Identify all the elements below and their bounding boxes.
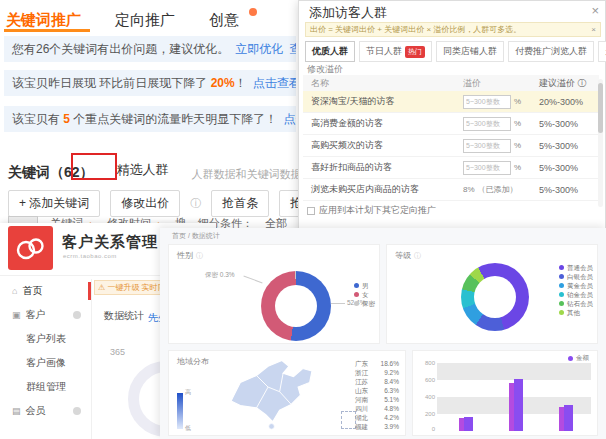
apply-checkbox[interactable] — [307, 207, 315, 215]
members-icon: ▤ — [12, 399, 21, 423]
modal-title: 添加访客人群 — [309, 4, 387, 22]
col-name: 名称 — [303, 75, 463, 91]
table-row: 浏览未购买店内商品的访客 8%（已添加） 5%-300% — [303, 179, 599, 201]
province-row: 四川4.8% — [355, 404, 399, 413]
premium-input[interactable] — [463, 117, 511, 131]
y-tick: 200 — [415, 411, 435, 417]
grab-first-button[interactable]: 抢首条 — [211, 190, 269, 217]
notification-dot — [73, 407, 81, 415]
tab-selected-audience[interactable]: 精选人群 — [112, 158, 174, 182]
notice-close-icon[interactable]: × — [591, 23, 596, 36]
active-indicator — [88, 282, 91, 300]
gradient-high-label: 高 — [185, 388, 191, 397]
modify-bid-button[interactable]: 修改出价 — [110, 190, 180, 217]
gender-chart-card: 性别ⓘ 保密 0.3% 52.4% 男 女 保密 — [168, 244, 380, 344]
red-annotation-box — [71, 153, 117, 180]
bid-issue-text: 您有26个关键词有出价问题，建议优化。 — [12, 42, 229, 56]
crm-sidebar: ⌂ 首页 ▣ 客户 客户列表 客户画像 群组管理 ▤ 会员 — [0, 279, 92, 439]
col-suggest: 建议溢价 ⓘ — [539, 75, 595, 91]
callout-line — [243, 276, 262, 284]
tab-weather-audience[interactable]: 天气人群 — [598, 41, 606, 62]
legend-item: 其他 — [559, 308, 593, 317]
gender-legend: 男 女 保密 — [354, 281, 375, 308]
sidebar-item-customer-profile[interactable]: 客户画像 — [0, 351, 91, 375]
province-row: 福建3.9% — [355, 422, 399, 431]
card-title: 性别 — [177, 250, 193, 261]
level-chart-card: 等级ⓘ 普通会员白银会员黄金会员铂金会员钻石会员其他 — [386, 244, 598, 344]
optimize-now-link[interactable]: 立即优化 — [235, 42, 283, 56]
sidebar-item-home[interactable]: ⌂ 首页 — [0, 279, 91, 303]
card-title: 等级 — [395, 250, 411, 261]
audience-tabs: 优质人群 节日人群热门 同类店铺人群 付费推广浏览人群 天气人群 人口属性人群 — [305, 41, 606, 62]
map-chart-card: 地域分布 高 低 广东18.6%浙江9.2%江苏8.4%山东6.3%河南5.1%… — [168, 350, 406, 436]
modal-close-icon[interactable]: × — [591, 3, 599, 18]
impression-view-link[interactable]: 点击查看 — [253, 76, 296, 90]
sidebar-item-customers[interactable]: ▣ 客户 — [0, 303, 91, 327]
callout-line — [331, 303, 345, 304]
y-tick: 0 — [415, 426, 435, 432]
partial-number: 365 — [110, 347, 125, 357]
legend-dot — [559, 310, 564, 315]
tab-paid-promo-audience[interactable]: 付费推广浏览人群 — [508, 41, 594, 62]
crm-logo — [8, 226, 53, 270]
dashboard-overlay: 首页 / 数据统计 性别ⓘ 保密 0.3% 52.4% 男 女 保密 等级ⓘ 普… — [160, 228, 606, 439]
bar — [514, 379, 523, 431]
donut-hole — [474, 276, 516, 318]
y-tick: 600 — [415, 377, 435, 383]
nav-tab-targeting-promotion[interactable]: 定向推广 — [115, 11, 175, 30]
modal-scrollbar[interactable] — [598, 79, 603, 207]
legend-dot — [354, 292, 359, 297]
bid-issue-notice: 您有26个关键词有出价问题，建议优化。立即优化查看全账户出价 — [4, 36, 296, 62]
table-row: 喜好折扣商品的访客 % 5%-300% — [303, 157, 599, 179]
bar-plot-area — [437, 363, 591, 431]
premium-input[interactable] — [463, 139, 511, 153]
home-icon: ⌂ — [12, 279, 17, 303]
table-row: 高购买频次的访客 % 5%-300% — [303, 135, 599, 157]
info-icon[interactable]: ⓘ — [196, 251, 203, 261]
nav-tab-creative[interactable]: 创意 — [209, 11, 239, 30]
y-tick: 800 — [415, 360, 435, 366]
crm-subtitle: ecrm.taobao.com — [63, 253, 117, 259]
creative-notification-dot — [249, 8, 257, 16]
apply-to-plan-row: 应用到本计划下其它定向推广 — [307, 204, 436, 217]
impression-drop-value: 20% — [211, 76, 235, 90]
premium-input[interactable] — [463, 161, 511, 175]
tab-premium-audience[interactable]: 优质人群 — [305, 41, 355, 62]
stats-heading: 数据统计 — [104, 309, 144, 323]
traffic-drop-notice: 该宝贝有 5 个重点关键词的流量昨天明显下降了！点击查看 — [4, 106, 296, 132]
scrollbar-thumb[interactable] — [598, 83, 603, 133]
sidebar-item-customer-list[interactable]: 客户列表 — [0, 327, 91, 351]
china-map — [205, 357, 345, 431]
modify-bid-info-icon[interactable]: ⓘ — [190, 196, 201, 211]
nav-tab-keyword-promotion[interactable]: 关键词推广 — [6, 11, 81, 30]
gender-callout-left: 保密 0.3% — [205, 271, 235, 280]
sidebar-item-members[interactable]: ▤ 会员 — [0, 399, 91, 423]
tab-similar-shop-audience[interactable]: 同类店铺人群 — [436, 41, 504, 62]
legend-dot — [559, 274, 564, 279]
impression-drop-notice: 该宝贝昨日展现 环比前日展现下降了 20%！点击查看 — [4, 70, 296, 96]
legend-dot — [568, 356, 573, 361]
add-visitor-audience-modal: 添加访客人群 × × 出价 = 关键词出价 + 关键词出价 × 溢价比例，人群可… — [298, 0, 606, 236]
donut-hole — [275, 285, 317, 327]
premium-input[interactable] — [463, 95, 511, 109]
legend-item: 普通会员 — [559, 263, 593, 272]
view-account-bids-link[interactable]: 查看全账户出价 — [289, 42, 296, 56]
cloud-logo-icon — [8, 226, 53, 270]
province-row: 湖北4.2% — [355, 413, 399, 422]
y-tick: 400 — [415, 394, 435, 400]
province-row: 河南5.1% — [355, 395, 399, 404]
legend-dot — [559, 283, 564, 288]
province-row: 江苏8.4% — [355, 377, 399, 386]
info-icon[interactable]: ⓘ — [414, 251, 421, 261]
sidebar-item-group-management[interactable]: 群组管理 — [0, 375, 91, 399]
tab-festival-audience[interactable]: 节日人群热门 — [359, 41, 432, 62]
legend-dot — [559, 301, 564, 306]
province-row: 广东18.6% — [355, 359, 399, 368]
impression-drop-text: 该宝贝昨日展现 环比前日展现下降了 — [12, 76, 211, 90]
add-keyword-button[interactable]: + 添加关键词 — [8, 190, 100, 217]
traffic-view-link[interactable]: 点击查看 — [283, 112, 296, 126]
level-legend: 普通会员白银会员黄金会员铂金会员钻石会员其他 — [559, 263, 593, 317]
traffic-drop-text: 该宝贝有 — [12, 112, 63, 126]
table-header: 名称 溢价 建议溢价 ⓘ — [303, 75, 599, 91]
hot-badge: 热门 — [405, 46, 425, 58]
